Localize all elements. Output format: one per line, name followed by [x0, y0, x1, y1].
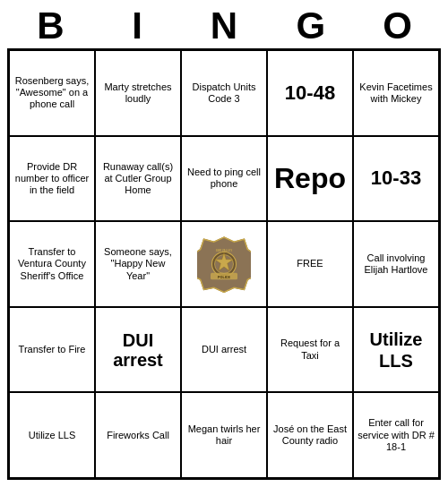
- cell-o3[interactable]: Call involving Elijah Hartlove: [353, 221, 439, 307]
- cell-g3[interactable]: FREE: [267, 221, 353, 307]
- cell-o5[interactable]: Enter call for service with DR # 18-1: [353, 392, 439, 478]
- cell-n5[interactable]: Megan twirls her hair: [181, 392, 267, 478]
- cell-b4[interactable]: Transfer to Fire: [9, 307, 95, 393]
- letter-b: B: [7, 7, 94, 45]
- letter-o: O: [354, 7, 441, 45]
- letter-n: N: [181, 7, 268, 45]
- cell-i1[interactable]: Marty stretches loudly: [95, 50, 181, 136]
- cell-o1[interactable]: Kevin Facetimes with Mickey: [353, 50, 439, 136]
- badge-icon: POLICE SIMI VALLEY: [197, 233, 251, 295]
- svg-text:POLICE: POLICE: [218, 276, 230, 279]
- cell-o4[interactable]: UtilizeLLS: [353, 307, 439, 393]
- cell-g4[interactable]: Request for a Taxi: [267, 307, 353, 393]
- cell-b5[interactable]: Utilize LLS: [9, 392, 95, 478]
- cell-b3[interactable]: Transfer to Ventura County Sheriff's Off…: [9, 221, 95, 307]
- cell-n1[interactable]: Dispatch Units Code 3: [181, 50, 267, 136]
- letter-i: I: [94, 7, 181, 45]
- cell-g2[interactable]: Repo: [267, 136, 353, 222]
- bingo-grid: Rosenberg says, "Awesome" on a phone cal…: [7, 48, 441, 480]
- cell-g1[interactable]: 10-48: [267, 50, 353, 136]
- cell-i4[interactable]: DUIarrest: [95, 307, 181, 393]
- cell-o2[interactable]: 10-33: [353, 136, 439, 222]
- cell-n4[interactable]: DUI arrest: [181, 307, 267, 393]
- cell-free[interactable]: POLICE SIMI VALLEY: [181, 221, 267, 307]
- bingo-header: B I N G O: [7, 7, 441, 45]
- cell-i5[interactable]: Fireworks Call: [95, 392, 181, 478]
- cell-n2[interactable]: Need to ping cell phone: [181, 136, 267, 222]
- cell-i3[interactable]: Someone says, "Happy New Year": [95, 221, 181, 307]
- letter-g: G: [267, 7, 354, 45]
- cell-b2[interactable]: Provide DR number to officer in the fiel…: [9, 136, 95, 222]
- cell-g5[interactable]: José on the East County radio: [267, 392, 353, 478]
- cell-i2[interactable]: Runaway call(s) at Cutler Group Home: [95, 136, 181, 222]
- svg-text:SIMI VALLEY: SIMI VALLEY: [216, 249, 233, 252]
- cell-b1[interactable]: Rosenberg says, "Awesome" on a phone cal…: [9, 50, 95, 136]
